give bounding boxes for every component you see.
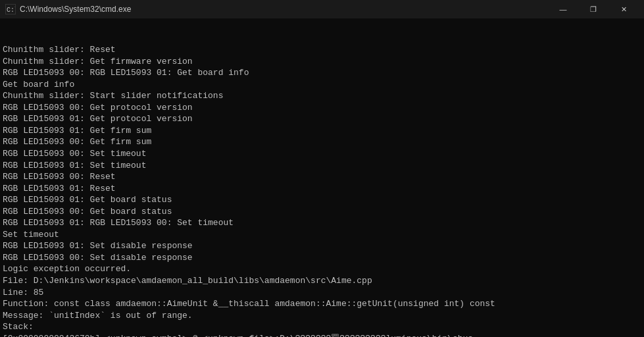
- cmd-window: C:\ C:\Windows\System32\cmd.exe — ❐ ✕ Ch…: [0, 0, 644, 337]
- console-line: [0x00000000043679b] <unknown symbol> @ <…: [3, 333, 641, 337]
- console-line: RGB LED15093 01: Reset: [3, 183, 641, 195]
- console-line: RGB LED15093 01: Set timeout: [3, 160, 641, 172]
- console-line: Stack:: [3, 321, 641, 333]
- console-line: RGB LED15093 00: Set disable response: [3, 252, 641, 264]
- close-button[interactable]: ✕: [608, 0, 639, 18]
- console-line: RGB LED15093 01: Get protocol version: [3, 113, 641, 125]
- console-line: RGB LED15093 00: Get board status: [3, 206, 641, 218]
- console-line: RGB LED15093 00: Get firm sum: [3, 136, 641, 148]
- maximize-button[interactable]: ❐: [578, 0, 608, 18]
- console-line: Chunithm slider: Start slider notificati…: [3, 90, 641, 102]
- title-bar-left: C:\ C:\Windows\System32\cmd.exe: [5, 4, 131, 14]
- console-line: RGB LED15093 00: Reset: [3, 171, 641, 183]
- console-line: RGB LED15093 01: Get firm sum: [3, 125, 641, 137]
- console-line: RGB LED15093 00: Get protocol version: [3, 102, 641, 114]
- console-line: Chunithm slider: Get firmware version: [3, 56, 641, 68]
- console-line: RGB LED15093 01: RGB LED15093 00: Set ti…: [3, 217, 641, 229]
- minimize-button[interactable]: —: [548, 0, 578, 18]
- title-bar: C:\ C:\Windows\System32\cmd.exe — ❐ ✕: [0, 0, 644, 18]
- console-line: Chunithm slider: Reset: [3, 44, 641, 56]
- console-line: File: D:\Jenkins\workspace\amdaemon_all_…: [3, 275, 641, 287]
- cmd-icon: C:\: [5, 4, 16, 14]
- console-line: Message: `unitIndex` is out of range.: [3, 310, 641, 322]
- console-output: Chunithm slider: ResetChunithm slider: G…: [0, 18, 644, 337]
- console-line: Line: 85: [3, 287, 641, 299]
- console-line: RGB LED15093 00: Set timeout: [3, 148, 641, 160]
- console-line: Function: const class amdaemon::AimeUnit…: [3, 298, 641, 310]
- console-line: Get board info: [3, 79, 641, 91]
- console-line: RGB LED15093 01: Get board status: [3, 194, 641, 206]
- title-bar-controls: — ❐ ✕: [548, 0, 639, 18]
- title-bar-text: C:\Windows\System32\cmd.exe: [20, 5, 131, 14]
- console-line: Set timeout: [3, 229, 641, 241]
- console-line: Logic exception occurred.: [3, 263, 641, 275]
- console-line: RGB LED15093 00: RGB LED15093 01: Get bo…: [3, 67, 641, 79]
- svg-text:C:\: C:\: [7, 7, 15, 14]
- console-line: RGB LED15093 01: Set disable response: [3, 240, 641, 252]
